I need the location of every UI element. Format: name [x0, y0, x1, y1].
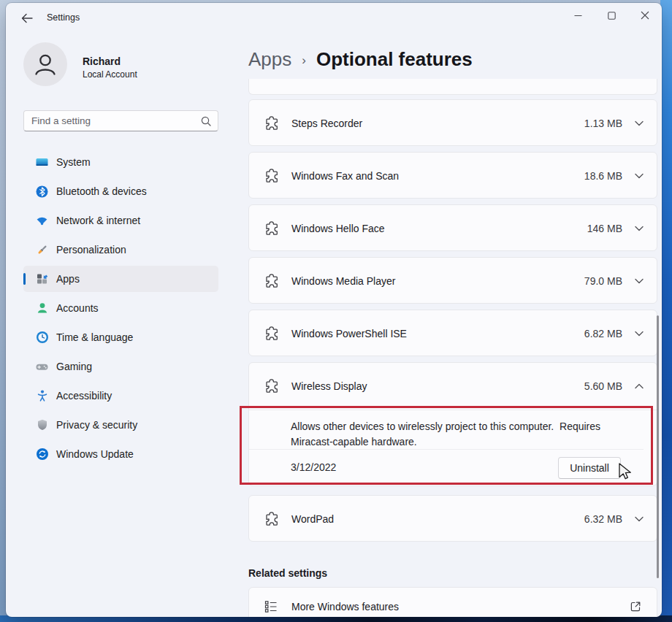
paintbrush-icon [35, 243, 49, 257]
search-icon [201, 116, 211, 126]
feature-size: 6.32 MB [584, 513, 622, 525]
profile-name: Richard [83, 55, 121, 67]
installed-date: 3/12/2022 [291, 461, 336, 473]
chevron-down-icon[interactable] [635, 516, 644, 522]
uninstall-button[interactable]: Uninstall [558, 457, 621, 479]
feature-size: 18.6 MB [584, 170, 622, 182]
update-arrows-icon [35, 448, 49, 461]
back-arrow-icon [21, 13, 33, 23]
shield-icon [35, 418, 49, 432]
accounts-person-icon [35, 302, 49, 315]
feature-size: 1.13 MB [584, 118, 622, 129]
chevron-down-icon[interactable] [635, 120, 644, 126]
feature-row-wireless-display[interactable]: Wireless Display 5.60 MB Allows other de… [248, 362, 657, 486]
feature-size: 146 MB [587, 223, 622, 234]
chevron-down-icon[interactable] [635, 278, 644, 284]
puzzle-icon [264, 115, 280, 131]
feature-row-wordpad[interactable]: WordPad 6.32 MB [248, 495, 657, 542]
breadcrumb: Apps › Optional features [248, 48, 473, 71]
breadcrumb-apps[interactable]: Apps [248, 48, 291, 71]
sidebar-item-label: Accounts [56, 302, 99, 314]
system-icon [35, 156, 49, 169]
search-input[interactable] [31, 112, 196, 130]
more-windows-features-row[interactable]: More Windows features [248, 587, 657, 617]
minimize-button[interactable] [561, 3, 595, 28]
close-icon [641, 11, 649, 20]
sidebar-item-bluetooth[interactable]: Bluetooth & devices [23, 178, 218, 204]
sidebar-item-label: Privacy & security [56, 419, 137, 431]
sidebar-item-system[interactable]: System [23, 149, 218, 175]
feature-row-hello-face[interactable]: Windows Hello Face 146 MB [248, 204, 657, 251]
titlebar: Settings [6, 3, 662, 32]
gamepad-icon [35, 360, 49, 374]
chevron-down-icon[interactable] [635, 173, 644, 179]
chevron-down-icon[interactable] [635, 226, 644, 231]
sidebar-item-network[interactable]: Network & internet [23, 207, 218, 234]
sidebar-item-apps[interactable]: Apps [23, 266, 218, 292]
person-icon [31, 50, 59, 78]
profile-account-type: Local Account [83, 69, 137, 80]
feature-row-powershell-ise[interactable]: Windows PowerShell ISE 6.82 MB [248, 310, 657, 356]
close-button[interactable] [628, 3, 662, 28]
vertical-scrollbar[interactable] [657, 315, 659, 578]
puzzle-icon [264, 511, 280, 527]
network-wifi-icon [35, 214, 49, 228]
feature-row-steps-recorder[interactable]: Steps Recorder 1.13 MB [248, 99, 657, 146]
sidebar-item-time-language[interactable]: Time & language [23, 324, 218, 350]
feature-row-fax-scan[interactable]: Windows Fax and Scan 18.6 MB [248, 152, 657, 199]
puzzle-icon [264, 326, 280, 342]
maximize-button[interactable] [595, 3, 628, 28]
clock-icon [35, 331, 49, 345]
back-button[interactable] [16, 9, 38, 28]
sidebar-item-label: Network & internet [56, 215, 140, 226]
sidebar-item-label: Gaming [56, 361, 92, 372]
feature-name: Windows Hello Face [291, 223, 385, 234]
breadcrumb-separator: › [302, 53, 306, 68]
puzzle-icon [264, 273, 280, 289]
sidebar-item-label: Apps [56, 273, 80, 285]
search-box [23, 110, 218, 131]
sidebar-item-gaming[interactable]: Gaming [23, 353, 218, 380]
feature-list-icon [264, 599, 278, 614]
sidebar-item-label: Bluetooth & devices [56, 185, 147, 197]
sidebar-item-privacy[interactable]: Privacy & security [23, 412, 218, 438]
chevron-up-icon[interactable] [635, 383, 644, 389]
sidebar: System Bluetooth & devices Network & int… [23, 149, 218, 470]
page-title: Optional features [316, 48, 473, 71]
sidebar-item-accessibility[interactable]: Accessibility [23, 383, 218, 409]
accessibility-icon [35, 389, 49, 403]
feature-description: Allows other devices to wirelessly proje… [249, 410, 644, 450]
bluetooth-icon [35, 185, 49, 199]
settings-window: Settings [6, 3, 662, 617]
sidebar-item-windows-update[interactable]: Windows Update [23, 441, 218, 467]
sidebar-item-label: Windows Update [56, 448, 134, 460]
sidebar-item-personalization[interactable]: Personalization [23, 237, 218, 263]
feature-size: 79.0 MB [584, 275, 622, 287]
minimize-icon [574, 12, 582, 20]
user-profile[interactable]: Richard Local Account [18, 39, 219, 95]
related-settings-header: Related settings [248, 567, 327, 579]
sidebar-item-label: Time & language [56, 331, 133, 343]
feature-name: Windows Fax and Scan [291, 170, 399, 182]
feature-row-media-player[interactable]: Windows Media Player 79.0 MB [248, 257, 657, 304]
wireless-display-details: Allows other devices to wirelessly proje… [249, 410, 657, 485]
feature-row-partial[interactable] [248, 79, 657, 95]
external-link-icon [629, 600, 642, 613]
feature-name: Windows Media Player [291, 275, 395, 287]
more-windows-features-label: More Windows features [291, 601, 399, 613]
puzzle-icon [264, 378, 280, 394]
sidebar-item-label: Personalization [56, 244, 126, 256]
chevron-down-icon[interactable] [635, 331, 644, 337]
puzzle-icon [264, 168, 280, 184]
feature-name: WordPad [291, 513, 334, 525]
puzzle-icon [264, 220, 280, 237]
apps-icon [35, 272, 49, 286]
feature-name: Wireless Display [291, 380, 367, 392]
feature-size: 6.82 MB [584, 328, 622, 339]
feature-name: Windows PowerShell ISE [291, 328, 407, 339]
sidebar-item-accounts[interactable]: Accounts [23, 295, 218, 321]
sidebar-item-label: System [56, 156, 91, 168]
sidebar-item-label: Accessibility [56, 390, 112, 402]
window-title: Settings [47, 12, 80, 23]
desktop-background-right [660, 0, 672, 622]
